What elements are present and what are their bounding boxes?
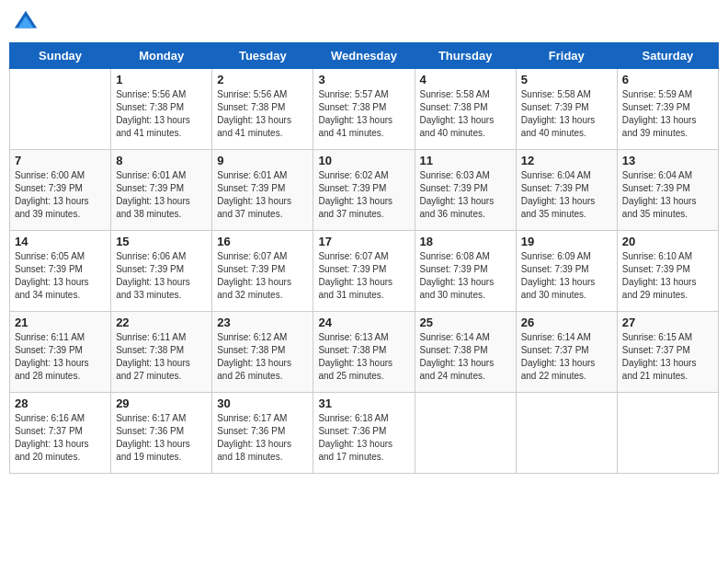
- calendar-table: SundayMondayTuesdayWednesdayThursdayFrid…: [9, 42, 719, 474]
- calendar-cell: 31Sunrise: 6:18 AM Sunset: 7:36 PM Dayli…: [313, 393, 415, 474]
- day-number: 28: [15, 396, 106, 410]
- cell-info: Sunrise: 6:14 AM Sunset: 7:37 PM Dayligh…: [521, 331, 612, 383]
- day-number: 4: [420, 73, 511, 86]
- calendar-cell: 11Sunrise: 6:03 AM Sunset: 7:39 PM Dayli…: [415, 150, 516, 231]
- day-number: 26: [521, 316, 612, 329]
- day-number: 2: [217, 73, 308, 86]
- cell-info: Sunrise: 6:13 AM Sunset: 7:38 PM Dayligh…: [318, 331, 409, 383]
- day-number: 27: [622, 316, 713, 329]
- calendar-cell: 5Sunrise: 5:58 AM Sunset: 7:39 PM Daylig…: [516, 69, 617, 150]
- cell-info: Sunrise: 6:11 AM Sunset: 7:38 PM Dayligh…: [116, 331, 207, 383]
- logo-icon: [13, 9, 39, 35]
- calendar-cell: 15Sunrise: 6:06 AM Sunset: 7:39 PM Dayli…: [111, 231, 212, 312]
- cell-info: Sunrise: 5:57 AM Sunset: 7:38 PM Dayligh…: [318, 88, 409, 140]
- day-number: 10: [318, 154, 409, 167]
- cell-info: Sunrise: 6:04 AM Sunset: 7:39 PM Dayligh…: [622, 169, 713, 221]
- calendar-cell: 1Sunrise: 5:56 AM Sunset: 7:38 PM Daylig…: [111, 69, 212, 150]
- calendar-cell: [10, 69, 111, 150]
- calendar-cell: 4Sunrise: 5:58 AM Sunset: 7:38 PM Daylig…: [415, 69, 516, 150]
- calendar-cell: 19Sunrise: 6:09 AM Sunset: 7:39 PM Dayli…: [516, 231, 617, 312]
- day-number: 3: [318, 73, 409, 86]
- calendar-cell: [415, 393, 516, 474]
- cell-info: Sunrise: 6:01 AM Sunset: 7:39 PM Dayligh…: [217, 169, 308, 221]
- day-number: 16: [217, 235, 308, 248]
- calendar-cell: 7Sunrise: 6:00 AM Sunset: 7:39 PM Daylig…: [10, 150, 111, 231]
- cell-info: Sunrise: 5:58 AM Sunset: 7:38 PM Dayligh…: [420, 88, 511, 140]
- calendar-cell: 10Sunrise: 6:02 AM Sunset: 7:39 PM Dayli…: [313, 150, 415, 231]
- day-number: 12: [521, 154, 612, 167]
- calendar-cell: [617, 393, 718, 474]
- cell-info: Sunrise: 6:15 AM Sunset: 7:37 PM Dayligh…: [622, 331, 713, 383]
- day-number: 1: [116, 73, 207, 86]
- calendar-cell: 22Sunrise: 6:11 AM Sunset: 7:38 PM Dayli…: [111, 312, 212, 393]
- cell-info: Sunrise: 6:06 AM Sunset: 7:39 PM Dayligh…: [116, 250, 207, 302]
- calendar-cell: 9Sunrise: 6:01 AM Sunset: 7:39 PM Daylig…: [212, 150, 313, 231]
- day-number: 23: [217, 316, 308, 329]
- calendar-cell: 17Sunrise: 6:07 AM Sunset: 7:39 PM Dayli…: [313, 231, 415, 312]
- day-number: 30: [217, 396, 308, 410]
- calendar-body: 1Sunrise: 5:56 AM Sunset: 7:38 PM Daylig…: [10, 69, 719, 474]
- day-number: 13: [622, 154, 713, 167]
- day-number: 20: [622, 235, 713, 248]
- calendar-cell: 26Sunrise: 6:14 AM Sunset: 7:37 PM Dayli…: [516, 312, 617, 393]
- week-row-1: 7Sunrise: 6:00 AM Sunset: 7:39 PM Daylig…: [10, 150, 719, 231]
- calendar-cell: 20Sunrise: 6:10 AM Sunset: 7:39 PM Dayli…: [617, 231, 718, 312]
- calendar-cell: 18Sunrise: 6:08 AM Sunset: 7:39 PM Dayli…: [415, 231, 516, 312]
- header-day-thursday: Thursday: [415, 43, 516, 69]
- cell-info: Sunrise: 6:01 AM Sunset: 7:39 PM Dayligh…: [116, 169, 207, 221]
- cell-info: Sunrise: 6:16 AM Sunset: 7:37 PM Dayligh…: [15, 412, 106, 464]
- page-header: [9, 9, 719, 35]
- cell-info: Sunrise: 5:58 AM Sunset: 7:39 PM Dayligh…: [521, 88, 612, 140]
- cell-info: Sunrise: 5:59 AM Sunset: 7:39 PM Dayligh…: [622, 88, 713, 140]
- header-day-saturday: Saturday: [617, 43, 718, 69]
- header-row: SundayMondayTuesdayWednesdayThursdayFrid…: [10, 43, 719, 69]
- calendar-cell: 12Sunrise: 6:04 AM Sunset: 7:39 PM Dayli…: [516, 150, 617, 231]
- day-number: 17: [318, 235, 409, 248]
- day-number: 24: [318, 316, 409, 329]
- header-day-friday: Friday: [516, 43, 617, 69]
- day-number: 14: [15, 235, 106, 248]
- calendar-cell: 2Sunrise: 5:56 AM Sunset: 7:38 PM Daylig…: [212, 69, 313, 150]
- day-number: 31: [318, 396, 409, 410]
- day-number: 19: [521, 235, 612, 248]
- calendar-cell: 8Sunrise: 6:01 AM Sunset: 7:39 PM Daylig…: [111, 150, 212, 231]
- calendar-cell: 28Sunrise: 6:16 AM Sunset: 7:37 PM Dayli…: [10, 393, 111, 474]
- day-number: 18: [420, 235, 511, 248]
- header-day-wednesday: Wednesday: [313, 43, 415, 69]
- day-number: 11: [420, 154, 511, 167]
- cell-info: Sunrise: 6:03 AM Sunset: 7:39 PM Dayligh…: [420, 169, 511, 221]
- cell-info: Sunrise: 6:04 AM Sunset: 7:39 PM Dayligh…: [521, 169, 612, 221]
- calendar-cell: [516, 393, 617, 474]
- week-row-4: 28Sunrise: 6:16 AM Sunset: 7:37 PM Dayli…: [10, 393, 719, 474]
- day-number: 6: [622, 73, 713, 86]
- calendar-cell: 21Sunrise: 6:11 AM Sunset: 7:39 PM Dayli…: [10, 312, 111, 393]
- logo: [13, 9, 42, 35]
- cell-info: Sunrise: 6:07 AM Sunset: 7:39 PM Dayligh…: [217, 250, 308, 302]
- day-number: 15: [116, 235, 207, 248]
- day-number: 8: [116, 154, 207, 167]
- cell-info: Sunrise: 6:08 AM Sunset: 7:39 PM Dayligh…: [420, 250, 511, 302]
- calendar-cell: 24Sunrise: 6:13 AM Sunset: 7:38 PM Dayli…: [313, 312, 415, 393]
- cell-info: Sunrise: 6:12 AM Sunset: 7:38 PM Dayligh…: [217, 331, 308, 383]
- calendar-cell: 6Sunrise: 5:59 AM Sunset: 7:39 PM Daylig…: [617, 69, 718, 150]
- cell-info: Sunrise: 6:17 AM Sunset: 7:36 PM Dayligh…: [116, 412, 207, 464]
- week-row-3: 21Sunrise: 6:11 AM Sunset: 7:39 PM Dayli…: [10, 312, 719, 393]
- calendar-cell: 3Sunrise: 5:57 AM Sunset: 7:38 PM Daylig…: [313, 69, 415, 150]
- calendar-header: SundayMondayTuesdayWednesdayThursdayFrid…: [10, 43, 719, 69]
- cell-info: Sunrise: 6:14 AM Sunset: 7:38 PM Dayligh…: [420, 331, 511, 383]
- day-number: 21: [15, 316, 106, 329]
- cell-info: Sunrise: 5:56 AM Sunset: 7:38 PM Dayligh…: [116, 88, 207, 140]
- calendar-cell: 25Sunrise: 6:14 AM Sunset: 7:38 PM Dayli…: [415, 312, 516, 393]
- day-number: 29: [116, 396, 207, 410]
- header-day-monday: Monday: [111, 43, 212, 69]
- week-row-0: 1Sunrise: 5:56 AM Sunset: 7:38 PM Daylig…: [10, 69, 719, 150]
- calendar-cell: 16Sunrise: 6:07 AM Sunset: 7:39 PM Dayli…: [212, 231, 313, 312]
- day-number: 22: [116, 316, 207, 329]
- header-day-sunday: Sunday: [10, 43, 111, 69]
- day-number: 7: [15, 154, 106, 167]
- calendar-cell: 27Sunrise: 6:15 AM Sunset: 7:37 PM Dayli…: [617, 312, 718, 393]
- cell-info: Sunrise: 6:18 AM Sunset: 7:36 PM Dayligh…: [318, 412, 409, 464]
- day-number: 5: [521, 73, 612, 86]
- cell-info: Sunrise: 6:02 AM Sunset: 7:39 PM Dayligh…: [318, 169, 409, 221]
- day-number: 25: [420, 316, 511, 329]
